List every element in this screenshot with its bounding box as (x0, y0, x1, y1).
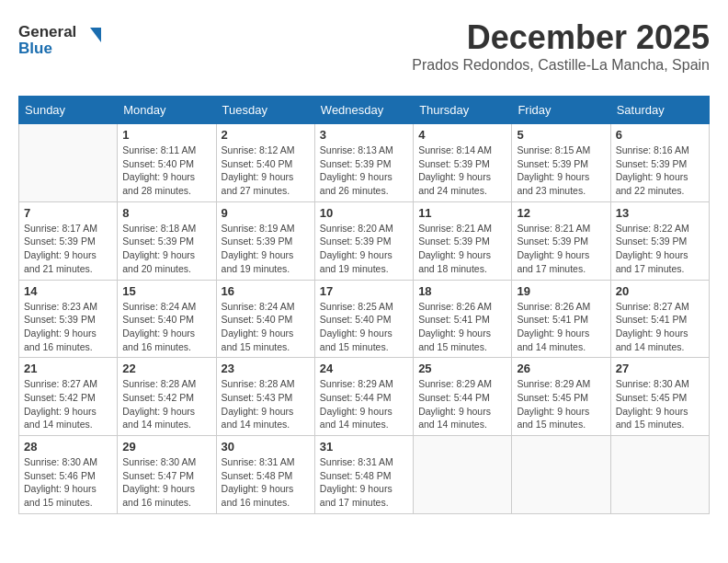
day-number: 27 (616, 362, 704, 375)
calendar-cell: 14Sunrise: 8:23 AMSunset: 5:39 PMDayligh… (19, 280, 118, 358)
day-number: 21 (24, 362, 112, 375)
day-number: 8 (122, 206, 210, 220)
day-info: Sunrise: 8:26 AMSunset: 5:41 PMDaylight:… (418, 300, 506, 354)
calendar-cell: 27Sunrise: 8:30 AMSunset: 5:45 PMDayligh… (610, 358, 709, 436)
weekday-header-friday: Friday (512, 97, 610, 124)
day-info: Sunrise: 8:21 AMSunset: 5:39 PMDaylight:… (418, 222, 506, 276)
calendar-cell: 10Sunrise: 8:20 AMSunset: 5:39 PMDayligh… (314, 201, 413, 280)
day-info: Sunrise: 8:29 AMSunset: 5:44 PMDaylight:… (418, 377, 506, 431)
weekday-header-tuesday: Tuesday (216, 97, 314, 124)
calendar-cell: 29Sunrise: 8:30 AMSunset: 5:47 PMDayligh… (118, 436, 216, 514)
calendar-cell: 2Sunrise: 8:12 AMSunset: 5:40 PMDaylight… (216, 124, 314, 202)
calendar-cell: 30Sunrise: 8:31 AMSunset: 5:48 PMDayligh… (216, 436, 314, 514)
day-info: Sunrise: 8:29 AMSunset: 5:44 PMDaylight:… (320, 377, 408, 431)
day-number: 5 (517, 128, 605, 142)
day-number: 20 (616, 284, 704, 298)
day-number: 28 (24, 440, 112, 454)
month-year-title: December 2025 (412, 18, 710, 57)
day-number: 30 (222, 440, 310, 454)
calendar-cell (19, 124, 118, 202)
calendar-cell: 16Sunrise: 8:24 AMSunset: 5:40 PMDayligh… (216, 280, 314, 358)
calendar-week-2: 7Sunrise: 8:17 AMSunset: 5:39 PMDaylight… (19, 201, 710, 280)
weekday-header-thursday: Thursday (414, 97, 512, 124)
calendar-week-5: 28Sunrise: 8:30 AMSunset: 5:46 PMDayligh… (19, 436, 710, 514)
logo-svg: General Blue (18, 18, 101, 64)
calendar-cell (512, 436, 610, 514)
day-number: 9 (222, 206, 310, 220)
day-number: 11 (418, 206, 506, 220)
day-number: 16 (222, 284, 310, 298)
day-info: Sunrise: 8:30 AMSunset: 5:46 PMDaylight:… (24, 455, 112, 510)
calendar-cell: 9Sunrise: 8:19 AMSunset: 5:39 PMDaylight… (216, 201, 314, 280)
calendar-week-1: 1Sunrise: 8:11 AMSunset: 5:40 PMDaylight… (19, 124, 710, 202)
day-number: 10 (320, 206, 408, 220)
day-info: Sunrise: 8:30 AMSunset: 5:45 PMDaylight:… (616, 377, 704, 431)
day-number: 29 (122, 440, 210, 454)
calendar-cell (610, 436, 709, 514)
svg-marker-2 (90, 28, 101, 42)
weekday-header-sunday: Sunday (19, 97, 118, 124)
day-info: Sunrise: 8:24 AMSunset: 5:40 PMDaylight:… (122, 300, 210, 354)
calendar-cell: 12Sunrise: 8:21 AMSunset: 5:39 PMDayligh… (512, 201, 610, 280)
day-info: Sunrise: 8:27 AMSunset: 5:42 PMDaylight:… (24, 377, 112, 431)
day-number: 15 (122, 284, 210, 298)
calendar-cell: 24Sunrise: 8:29 AMSunset: 5:44 PMDayligh… (314, 358, 413, 436)
calendar-cell: 18Sunrise: 8:26 AMSunset: 5:41 PMDayligh… (414, 280, 512, 358)
day-number: 14 (24, 284, 112, 298)
day-info: Sunrise: 8:15 AMSunset: 5:39 PMDaylight:… (517, 144, 605, 198)
calendar-cell: 25Sunrise: 8:29 AMSunset: 5:44 PMDayligh… (414, 358, 512, 436)
day-info: Sunrise: 8:13 AMSunset: 5:39 PMDaylight:… (320, 144, 408, 198)
day-info: Sunrise: 8:19 AMSunset: 5:39 PMDaylight:… (222, 222, 310, 276)
calendar-cell: 15Sunrise: 8:24 AMSunset: 5:40 PMDayligh… (118, 280, 216, 358)
calendar-cell: 19Sunrise: 8:26 AMSunset: 5:41 PMDayligh… (512, 280, 610, 358)
day-info: Sunrise: 8:25 AMSunset: 5:40 PMDaylight:… (320, 300, 408, 354)
day-number: 13 (616, 206, 704, 220)
calendar-cell: 20Sunrise: 8:27 AMSunset: 5:41 PMDayligh… (610, 280, 709, 358)
calendar-week-3: 14Sunrise: 8:23 AMSunset: 5:39 PMDayligh… (19, 280, 710, 358)
calendar-cell: 11Sunrise: 8:21 AMSunset: 5:39 PMDayligh… (414, 201, 512, 280)
day-number: 25 (418, 362, 506, 375)
day-number: 19 (517, 284, 605, 298)
calendar-cell: 17Sunrise: 8:25 AMSunset: 5:40 PMDayligh… (314, 280, 413, 358)
day-info: Sunrise: 8:12 AMSunset: 5:40 PMDaylight:… (222, 144, 310, 198)
day-info: Sunrise: 8:14 AMSunset: 5:39 PMDaylight:… (418, 144, 506, 198)
day-number: 4 (418, 128, 506, 142)
weekday-header-saturday: Saturday (610, 97, 709, 124)
day-number: 23 (222, 362, 310, 375)
day-number: 12 (517, 206, 605, 220)
day-number: 1 (122, 128, 210, 142)
calendar-cell: 21Sunrise: 8:27 AMSunset: 5:42 PMDayligh… (19, 358, 118, 436)
calendar-cell: 5Sunrise: 8:15 AMSunset: 5:39 PMDaylight… (512, 124, 610, 202)
svg-text:General: General (18, 23, 76, 40)
calendar-cell: 22Sunrise: 8:28 AMSunset: 5:42 PMDayligh… (118, 358, 216, 436)
day-info: Sunrise: 8:26 AMSunset: 5:41 PMDaylight:… (517, 300, 605, 354)
day-number: 17 (320, 284, 408, 298)
day-info: Sunrise: 8:17 AMSunset: 5:39 PMDaylight:… (24, 222, 112, 276)
calendar-cell: 7Sunrise: 8:17 AMSunset: 5:39 PMDaylight… (19, 201, 118, 280)
day-info: Sunrise: 8:11 AMSunset: 5:40 PMDaylight:… (122, 144, 210, 198)
calendar-cell: 26Sunrise: 8:29 AMSunset: 5:45 PMDayligh… (512, 358, 610, 436)
day-number: 7 (24, 206, 112, 220)
calendar-table: SundayMondayTuesdayWednesdayThursdayFrid… (18, 96, 710, 514)
calendar-cell: 13Sunrise: 8:22 AMSunset: 5:39 PMDayligh… (610, 201, 709, 280)
day-number: 18 (418, 284, 506, 298)
day-info: Sunrise: 8:24 AMSunset: 5:40 PMDaylight:… (222, 300, 310, 354)
day-info: Sunrise: 8:29 AMSunset: 5:45 PMDaylight:… (517, 377, 605, 431)
calendar-week-4: 21Sunrise: 8:27 AMSunset: 5:42 PMDayligh… (19, 358, 710, 436)
calendar-cell: 1Sunrise: 8:11 AMSunset: 5:40 PMDaylight… (118, 124, 216, 202)
day-info: Sunrise: 8:31 AMSunset: 5:48 PMDaylight:… (320, 455, 408, 510)
calendar-cell: 23Sunrise: 8:28 AMSunset: 5:43 PMDayligh… (216, 358, 314, 436)
day-info: Sunrise: 8:20 AMSunset: 5:39 PMDaylight:… (320, 222, 408, 276)
calendar-cell (414, 436, 512, 514)
day-info: Sunrise: 8:21 AMSunset: 5:39 PMDaylight:… (517, 222, 605, 276)
day-info: Sunrise: 8:30 AMSunset: 5:47 PMDaylight:… (122, 455, 210, 510)
day-number: 2 (222, 128, 310, 142)
svg-text:Blue: Blue (18, 40, 52, 57)
calendar-cell: 28Sunrise: 8:30 AMSunset: 5:46 PMDayligh… (19, 436, 118, 514)
day-info: Sunrise: 8:18 AMSunset: 5:39 PMDaylight:… (122, 222, 210, 276)
calendar-cell: 3Sunrise: 8:13 AMSunset: 5:39 PMDaylight… (314, 124, 413, 202)
day-info: Sunrise: 8:16 AMSunset: 5:39 PMDaylight:… (616, 144, 704, 198)
calendar-cell: 6Sunrise: 8:16 AMSunset: 5:39 PMDaylight… (610, 124, 709, 202)
calendar-cell: 8Sunrise: 8:18 AMSunset: 5:39 PMDaylight… (118, 201, 216, 280)
day-number: 3 (320, 128, 408, 142)
